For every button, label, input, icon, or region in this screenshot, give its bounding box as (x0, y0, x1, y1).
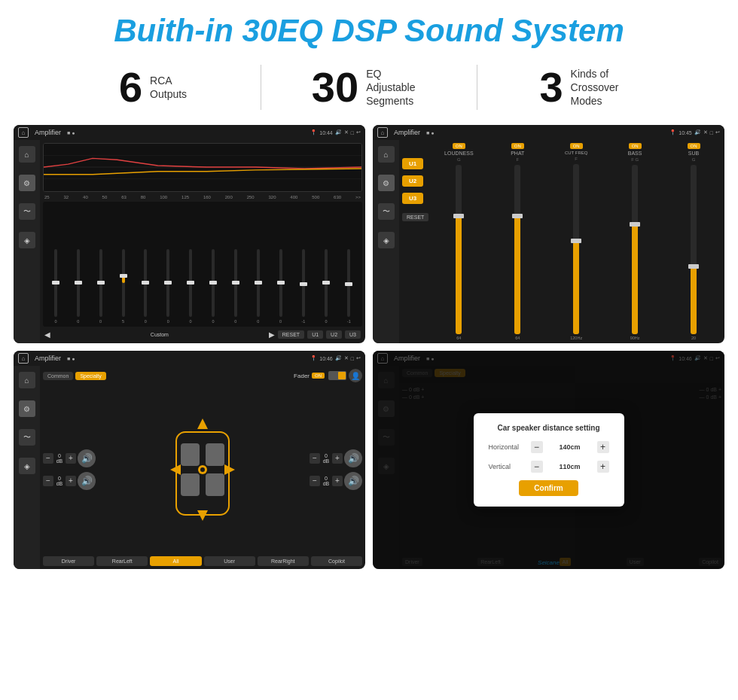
svg-rect-6 (181, 443, 200, 466)
home-nav-icon-2[interactable]: ⌂ (378, 146, 395, 163)
db-control-tl: − 0 dB + 🔊 (43, 449, 96, 467)
confirm-button[interactable]: Confirm (519, 480, 578, 496)
db-plus-tl[interactable]: + (66, 453, 76, 464)
eq-bottom-bar: ◀ Custom ▶ RESET U1 U2 U3 (43, 329, 362, 340)
reset-amp-btn[interactable]: RESET (402, 213, 428, 221)
window-icon-2[interactable]: □ (710, 130, 713, 135)
all-btn[interactable]: All (150, 556, 201, 566)
home-icon-3[interactable]: ⌂ (18, 353, 29, 364)
on-bass[interactable]: ON (629, 143, 642, 149)
speaker-bl: 🔊 (78, 472, 96, 490)
horizontal-plus[interactable]: + (597, 441, 609, 453)
driver-btn[interactable]: Driver (43, 556, 94, 566)
svg-marker-4 (197, 418, 208, 429)
wave-icon-2[interactable]: 〜 (378, 203, 395, 220)
on-cutfreq[interactable]: ON (570, 143, 583, 149)
eq-slider-col: 0 (325, 249, 328, 324)
u2-btn[interactable]: U2 (326, 330, 342, 339)
db-minus-tl[interactable]: − (43, 453, 53, 464)
eq-icon-2[interactable]: ⚙ (378, 175, 395, 191)
eq-slider-col: 0 (234, 249, 237, 324)
rearright-btn[interactable]: RearRight (258, 556, 309, 566)
prev-arrow[interactable]: ◀ (44, 330, 50, 339)
distance-dialog: Car speaker distance setting Horizontal … (474, 413, 624, 507)
eq-freq-labels: 25 32 40 50 63 80 100 125 160 200 250 32… (43, 195, 362, 199)
eq-settings-icon[interactable]: ⚙ (19, 175, 35, 191)
channel-sub: ON SUB G 20 (666, 143, 721, 340)
db-minus-bl[interactable]: − (43, 476, 53, 486)
eq-icon-3[interactable]: ⚙ (19, 400, 35, 417)
person-icon[interactable]: 👤 (349, 369, 362, 382)
wave-icon[interactable]: 〜 (19, 203, 35, 220)
svg-rect-9 (206, 473, 224, 496)
next-arrow[interactable]: ▶ (269, 330, 275, 339)
status-time-3: 10:46 (319, 356, 333, 361)
u1-amp-btn[interactable]: U1 (402, 158, 423, 169)
eq-slider-col: 5 (122, 249, 125, 324)
close-icon-3[interactable]: ✕ (344, 355, 349, 361)
db-minus-br[interactable]: − (310, 476, 320, 486)
svg-point-11 (200, 467, 205, 472)
eq-slider-col: 0 (212, 249, 215, 324)
fader-label: Fader (294, 373, 310, 379)
on-sub[interactable]: ON (688, 143, 700, 149)
back-icon-2[interactable]: ↩ (715, 129, 720, 135)
channel-phat: ON PHAT F 64 (489, 143, 545, 340)
home-nav-icon-3[interactable]: ⌂ (19, 372, 35, 388)
db-plus-bl[interactable]: + (66, 476, 76, 486)
vertical-plus[interactable]: + (597, 461, 609, 473)
on-phat[interactable]: ON (511, 143, 524, 149)
wave-icon-3[interactable]: 〜 (19, 429, 35, 446)
vol-icon-2: 🔊 (694, 129, 701, 135)
db-control-bl: − 0 dB + 🔊 (43, 472, 96, 490)
dialog-vertical-row: Vertical − 110cm + (489, 461, 609, 473)
fader-center-diagram (99, 385, 306, 554)
home-nav-icon[interactable]: ⌂ (19, 146, 35, 163)
u3-amp-btn[interactable]: U3 (402, 193, 423, 204)
tab-common[interactable]: Common (43, 372, 73, 380)
vol-icon: 🔊 (335, 129, 342, 135)
copilot-btn[interactable]: Copilot (311, 556, 362, 566)
close-icon[interactable]: ✕ (344, 129, 349, 135)
u-buttons: U1 U2 U3 RESET (402, 158, 428, 340)
rearleft-btn[interactable]: RearLeft (96, 556, 148, 566)
back-icon[interactable]: ↩ (356, 129, 361, 135)
speaker-icon-3[interactable]: ◈ (19, 458, 35, 474)
user-btn[interactable]: User (204, 556, 255, 566)
u1-btn[interactable]: U1 (307, 330, 323, 339)
on-loudness[interactable]: ON (453, 143, 465, 149)
status-bar-2: ⌂ Amplifier ■ ● 📍 10:45 🔊 ✕ □ ↩ (373, 125, 724, 140)
reset-btn[interactable]: RESET (278, 330, 304, 339)
db-plus-br[interactable]: + (332, 476, 343, 486)
vertical-minus[interactable]: − (531, 461, 543, 473)
db-minus-tr[interactable]: − (310, 453, 320, 464)
speaker-icon-2[interactable]: ◈ (378, 232, 395, 248)
channel-loudness: ON LOUDNESS G 64 (431, 143, 486, 340)
horizontal-minus[interactable]: − (531, 441, 543, 453)
fader-on-toggle[interactable]: ON (312, 373, 325, 379)
window-icon-3[interactable]: □ (351, 356, 354, 361)
eq-slider-col: -1 (301, 249, 305, 324)
stat-number-rca: 6 (119, 66, 142, 108)
speaker-nav-icon[interactable]: ◈ (19, 232, 35, 248)
page-title: Buith-in 30EQ DSP Sound System (15, 14, 723, 48)
home-icon[interactable]: ⌂ (18, 127, 29, 138)
db-plus-tr[interactable]: + (332, 453, 343, 464)
vol-icon-3: 🔊 (335, 355, 342, 361)
channel-bass: ON BASS F G 90Hz (607, 143, 663, 340)
close-icon-2[interactable]: ✕ (703, 129, 708, 135)
horizontal-label: Horizontal (489, 443, 526, 451)
eq-sliders-area: 0 0 0 5 0 (43, 202, 362, 327)
fader-right-controls: − 0 dB + 🔊 − 0 dB + 🔊 (310, 385, 362, 554)
tab-specialty[interactable]: Specialty (75, 372, 105, 380)
eq-slider-col: 0 (99, 249, 102, 324)
speaker-tl: 🔊 (78, 449, 96, 467)
u3-btn[interactable]: U3 (345, 330, 361, 339)
eq-slider-col: 0 (257, 249, 260, 324)
home-icon-2[interactable]: ⌂ (377, 127, 388, 138)
window-icon[interactable]: □ (351, 130, 354, 135)
screen-amp: ⌂ Amplifier ■ ● 📍 10:45 🔊 ✕ □ ↩ ⌂ ⚙ 〜 ◈ (373, 125, 724, 343)
pin-icon-3: 📍 (310, 355, 317, 361)
u2-amp-btn[interactable]: U2 (402, 175, 423, 187)
back-icon-3[interactable]: ↩ (356, 355, 361, 361)
